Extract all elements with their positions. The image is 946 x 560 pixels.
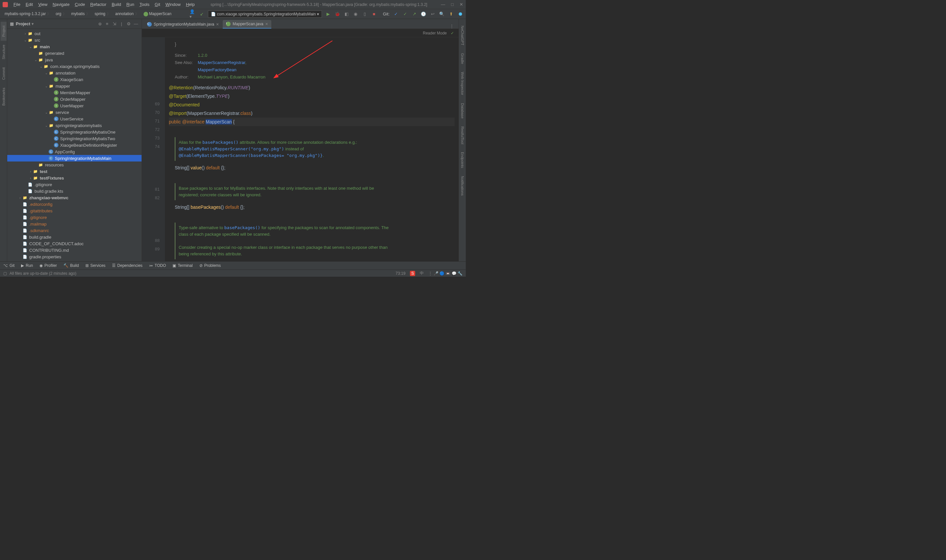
side-tab-bookmarks[interactable]: Bookmarks <box>1 84 6 110</box>
bottom-tab-problems[interactable]: ⊘Problems <box>199 263 221 268</box>
collapse-icon[interactable]: ⇲ <box>111 21 117 27</box>
tree-item[interactable]: ⌄📁springintegrationmybatis <box>7 122 142 129</box>
menu-edit[interactable]: Edit <box>23 1 35 8</box>
tree-item[interactable]: ›📁test <box>7 168 142 175</box>
menu-view[interactable]: View <box>36 1 49 8</box>
reader-mode-label[interactable]: Reader Mode <box>423 31 447 35</box>
window-controls[interactable]: — □ ✕ <box>441 2 463 7</box>
tree-item[interactable]: 📄CONTRIBUTING.md <box>7 247 142 254</box>
side-tab-database[interactable]: Database <box>459 99 465 122</box>
tree-item[interactable]: CSpringIntegrationMybatisMain <box>7 155 142 162</box>
editor-code[interactable]: } Since:1.2.0 See Also:MapperScannerRegi… <box>165 37 459 261</box>
tree-item[interactable]: CSpringIntegrationMybatisTwo <box>7 135 142 142</box>
tree-item[interactable]: IUserMapper <box>7 102 142 109</box>
tree-item[interactable]: 📄.mailmap <box>7 221 142 227</box>
bottom-tab-services[interactable]: ⊞Services <box>85 263 105 268</box>
tree-item[interactable]: ⌄📁annotation <box>7 69 142 76</box>
coverage-icon[interactable]: ◧ <box>344 11 350 17</box>
tree-item[interactable]: ⌄📁main <box>7 43 142 50</box>
side-tab-structure[interactable]: Structure <box>1 41 6 63</box>
menu-tools[interactable]: Tools <box>137 1 152 8</box>
side-tab-web inspector[interactable]: Web Inspector <box>459 68 465 99</box>
tree-item[interactable]: 📄build.gradle <box>7 234 142 240</box>
tabs-menu-icon[interactable]: ⋮ <box>447 24 456 29</box>
lang-indicator[interactable]: 中 <box>420 271 424 276</box>
editor-tab[interactable]: IMapperScan.java× <box>223 20 271 29</box>
tree-item[interactable]: IXiaogeScan <box>7 76 142 83</box>
bottom-tab-run[interactable]: ▶Run <box>21 263 33 268</box>
close-tab-icon[interactable]: × <box>216 22 219 27</box>
menu-file[interactable]: File <box>11 1 23 8</box>
tree-item[interactable]: 📄.gitignore <box>7 181 142 188</box>
breadcrumb-item[interactable]: annotation <box>113 11 141 17</box>
gear-icon[interactable]: ⚙ <box>126 21 132 27</box>
search-icon[interactable]: 🔍 <box>439 11 445 17</box>
ime-indicator[interactable]: S <box>410 271 415 276</box>
side-tab-project[interactable]: Project <box>1 22 6 41</box>
tree-item[interactable]: ›📁zhangxiao-webmvc <box>7 194 142 201</box>
tree-item[interactable]: CUserService <box>7 115 142 122</box>
close-icon[interactable]: ✕ <box>459 2 463 7</box>
expand-icon[interactable]: ≡ <box>104 21 110 27</box>
tree-item[interactable]: 📄build.gradle.kts <box>7 188 142 194</box>
side-tab-gradle[interactable]: Gradle <box>459 49 465 68</box>
tree-item[interactable]: ›📁out <box>7 30 142 37</box>
side-tab-nechatgpt[interactable]: NeChatGPT <box>459 22 465 49</box>
maximize-icon[interactable]: □ <box>451 2 454 7</box>
breadcrumb-item[interactable]: org <box>54 11 68 17</box>
tree-item[interactable]: IOrderMapper <box>7 96 142 102</box>
status-icon[interactable]: ▢ <box>3 271 7 276</box>
side-tab-notifications[interactable]: Notifications <box>459 172 465 200</box>
debug-icon[interactable]: 🐞 <box>334 11 340 17</box>
tree-item[interactable]: 📄.sdkmanrc <box>7 227 142 234</box>
menu-window[interactable]: Window <box>163 1 183 8</box>
tree-item[interactable]: 📄.editorconfig <box>7 201 142 208</box>
stop-icon[interactable]: ■ <box>371 11 377 17</box>
menu-refactor[interactable]: Refactor <box>88 1 109 8</box>
project-title[interactable]: Project <box>16 22 30 26</box>
git-push-icon[interactable]: ↗ <box>411 11 417 17</box>
git-pull-icon[interactable]: ✓ <box>393 11 399 17</box>
bottom-tab-terminal[interactable]: ▣Terminal <box>173 263 193 268</box>
breadcrumb-item[interactable]: MapperScan <box>142 11 175 17</box>
tree-item[interactable]: ⌄📁src <box>7 37 142 43</box>
caret-position[interactable]: 73:19 <box>396 271 405 276</box>
bottom-tab-profiler[interactable]: ◉Profiler <box>39 263 57 268</box>
breadcrumb-item[interactable]: mybatis <box>69 11 92 17</box>
tree-item[interactable]: CAppConfig <box>7 148 142 155</box>
tree-item[interactable]: CXiaogeBeanDefinitionRegister <box>7 142 142 148</box>
side-tab-commit[interactable]: Commit <box>1 63 6 84</box>
tree-item[interactable]: 📄gradlew <box>7 260 142 261</box>
tree-item[interactable]: ⌄📁mapper <box>7 83 142 89</box>
bottom-tab-build[interactable]: 🔨Build <box>63 263 79 268</box>
bottom-tab-todo[interactable]: ≔TODO <box>149 263 166 268</box>
tree-item[interactable]: ⌄📁service <box>7 109 142 115</box>
run-icon[interactable]: ▶ <box>325 11 331 17</box>
profile-icon[interactable]: ◉ <box>353 11 359 17</box>
tree-item[interactable]: 📄.gitattributes <box>7 208 142 214</box>
editor-tab[interactable]: CSpringIntegrationMybatisMain.java× <box>144 20 222 29</box>
plugin-icon[interactable]: ⬣ <box>457 11 463 17</box>
minimize-icon[interactable]: — <box>441 2 445 7</box>
run-config-selector[interactable]: 📄 com.xiaoge.springmybatis.SpringIntegra… <box>208 11 322 18</box>
breadcrumb-item[interactable]: mybatis-spring-1.3.2.jar <box>3 11 53 17</box>
git-rollback-icon[interactable]: ↩ <box>430 11 436 17</box>
user-icon[interactable]: 👤▾ <box>190 11 196 17</box>
tree-item[interactable]: 📁generated <box>7 50 142 57</box>
ide-update-icon[interactable]: ⬆ <box>448 11 454 17</box>
tree-item[interactable]: ⌄📁com.xiaoge.springmybatis <box>7 63 142 69</box>
tree-item[interactable]: 📄CODE_OF_CONDUCT.adoc <box>7 240 142 247</box>
tree-item[interactable]: 📁resources <box>7 162 142 168</box>
side-tab-restfultool[interactable]: RestfulTool <box>459 122 465 148</box>
bottom-tab-git[interactable]: ⌥Git <box>3 263 14 268</box>
menu-navigate[interactable]: Navigate <box>50 1 72 8</box>
menu-help[interactable]: Help <box>183 1 197 8</box>
locate-icon[interactable]: ⊕ <box>97 21 103 27</box>
tree-item[interactable]: 📄gradle.properties <box>7 254 142 260</box>
inspection-icon[interactable]: ✓ <box>451 31 454 35</box>
hide-icon[interactable]: — <box>133 21 139 27</box>
menu-run[interactable]: Run <box>124 1 137 8</box>
git-history-icon[interactable]: 🕓 <box>421 11 426 17</box>
vcs-update-icon[interactable]: ↙ <box>199 11 205 17</box>
git-commit-icon[interactable]: ✓ <box>402 11 408 17</box>
